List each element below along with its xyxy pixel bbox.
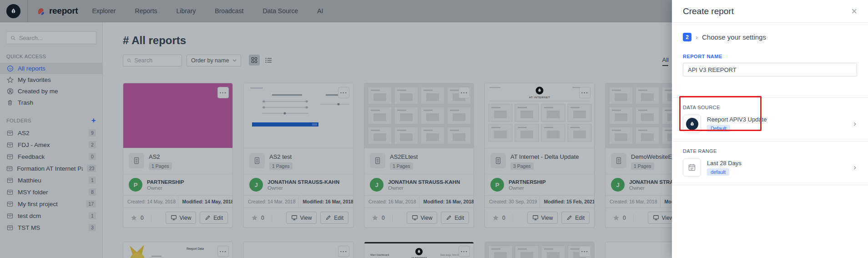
calendar-iconbox bbox=[683, 158, 701, 177]
chevron-right-icon[interactable]: › bbox=[853, 119, 857, 128]
close-icon[interactable]: × bbox=[851, 7, 857, 15]
data-source-name: Reeport APIV3 Update bbox=[707, 116, 767, 123]
data-source-default-badge: Default bbox=[707, 125, 730, 132]
date-range-name: Last 28 Days bbox=[707, 160, 742, 167]
calendar-icon bbox=[688, 163, 696, 172]
step-indicator: 2 › Choose your settings bbox=[683, 33, 857, 41]
date-range-label: DATE RANGE bbox=[683, 148, 857, 154]
step-label: Choose your settings bbox=[702, 33, 766, 41]
report-name-label: REPORT NAME bbox=[683, 54, 857, 59]
report-name-input[interactable] bbox=[683, 63, 857, 76]
date-range-section[interactable]: DATE RANGE Last 28 Days default › bbox=[672, 142, 868, 185]
data-source-iconbox bbox=[683, 115, 701, 133]
chevron-right-icon[interactable]: › bbox=[853, 163, 857, 172]
panel-title: Create report bbox=[683, 6, 734, 16]
reeport-source-icon bbox=[686, 118, 698, 130]
date-range-default-badge: default bbox=[707, 168, 729, 176]
create-report-panel: Create report × 2 › Choose your settings… bbox=[672, 0, 868, 258]
data-source-label: DATA SOURCE bbox=[683, 105, 857, 110]
modal-dim-overlay bbox=[0, 0, 672, 258]
data-source-section[interactable]: DATA SOURCE Reeport APIV3 Update Default… bbox=[672, 98, 868, 142]
chevron-right-icon: › bbox=[696, 33, 698, 41]
step-number-badge: 2 bbox=[683, 33, 691, 41]
